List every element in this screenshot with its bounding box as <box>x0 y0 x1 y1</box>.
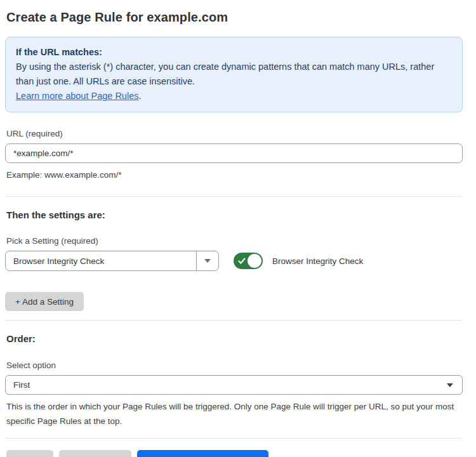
divider <box>5 438 463 439</box>
order-section-heading: Order: <box>6 333 463 344</box>
toggle-knob <box>248 254 261 268</box>
divider <box>5 320 463 321</box>
url-field-label: URL (required) <box>6 129 463 138</box>
info-box-heading: If the URL matches: <box>16 45 452 60</box>
learn-more-link[interactable]: Learn more about Page Rules <box>16 91 138 101</box>
order-helper-text: This is the order in which your Page Rul… <box>6 399 463 428</box>
url-input[interactable] <box>5 143 463 163</box>
cancel-button[interactable]: Cancel <box>6 450 53 457</box>
setting-toggle[interactable] <box>234 253 263 269</box>
settings-section-heading: Then the settings are: <box>6 209 463 220</box>
action-buttons-row: Cancel Save as Draft Save and Deploy Pag… <box>6 450 463 457</box>
setting-dropdown-arrow-button[interactable] <box>196 251 218 270</box>
chevron-down-icon <box>447 383 453 387</box>
setting-row: Browser Integrity Check Browser Integrit… <box>5 251 463 271</box>
order-select[interactable]: First <box>5 375 463 395</box>
toggle-label: Browser Integrity Check <box>272 256 363 266</box>
page-title: Create a Page Rule for example.com <box>6 10 463 25</box>
save-as-draft-button[interactable]: Save as Draft <box>59 450 131 457</box>
create-page-rule-form: Create a Page Rule for example.com If th… <box>0 0 476 457</box>
save-and-deploy-button[interactable]: Save and Deploy Page Rule <box>137 450 269 457</box>
check-icon <box>238 257 246 265</box>
setting-dropdown-value: Browser Integrity Check <box>6 251 196 270</box>
order-select-value: First <box>13 380 447 390</box>
url-field-group: URL (required) Example: www.example.com/… <box>5 129 463 182</box>
divider <box>5 196 463 197</box>
url-example-helper: Example: www.example.com/* <box>6 168 463 182</box>
link-suffix: . <box>138 91 141 101</box>
url-match-info-box: If the URL matches: By using the asteris… <box>5 37 463 112</box>
pick-setting-label: Pick a Setting (required) <box>6 236 463 246</box>
setting-dropdown[interactable]: Browser Integrity Check <box>5 251 219 271</box>
add-setting-button[interactable]: + Add a Setting <box>5 292 84 311</box>
info-box-body: By using the asterisk (*) character, you… <box>16 60 452 89</box>
select-option-label: Select option <box>6 361 463 370</box>
chevron-down-icon <box>204 259 211 263</box>
info-box-link-line: Learn more about Page Rules. <box>16 89 452 103</box>
